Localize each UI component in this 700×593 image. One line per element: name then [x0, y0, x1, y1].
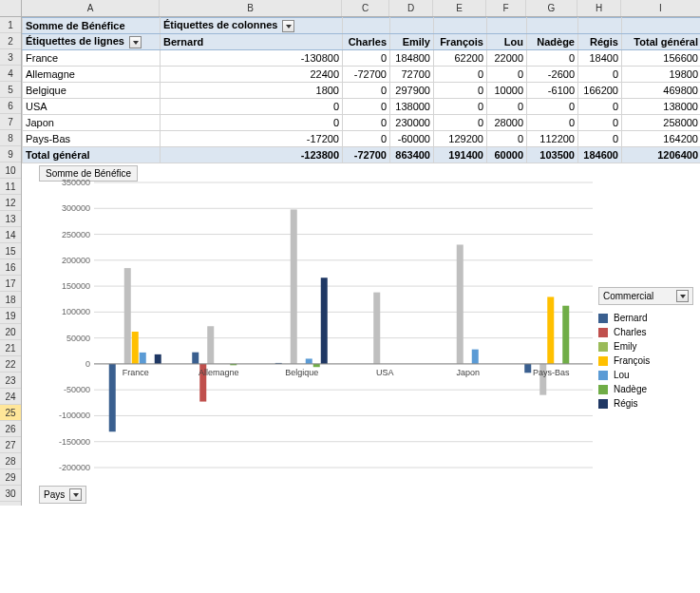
bar[interactable] — [321, 277, 328, 364]
row-header[interactable]: 17 — [0, 276, 21, 292]
row-total-cell[interactable]: 138000 — [622, 99, 701, 115]
data-cell[interactable]: -130800 — [161, 50, 343, 67]
data-cell[interactable]: 0 — [343, 83, 390, 99]
bar[interactable] — [124, 268, 131, 364]
data-cell[interactable]: 72700 — [390, 67, 434, 83]
bar[interactable] — [547, 296, 554, 363]
data-cell[interactable]: 28000 — [487, 115, 527, 131]
bar[interactable] — [457, 244, 464, 363]
col-total-cell[interactable]: 184600 — [578, 147, 622, 163]
row-header[interactable]: 6 — [0, 98, 21, 114]
col-total-cell[interactable]: 103500 — [527, 147, 578, 163]
row-header[interactable]: 28 — [0, 453, 21, 469]
data-cell[interactable]: 0 — [343, 131, 390, 147]
data-cell[interactable]: -72700 — [343, 67, 390, 83]
data-cell[interactable]: 22400 — [161, 67, 343, 83]
data-cell[interactable]: 22000 — [487, 50, 527, 67]
data-cell[interactable]: 184800 — [390, 50, 434, 67]
row-header[interactable]: 30 — [0, 486, 21, 502]
legend-item[interactable]: Nadège — [598, 384, 693, 394]
dropdown-icon[interactable] — [69, 488, 82, 501]
column-header[interactable]: G — [526, 0, 577, 16]
column-header[interactable]: C — [342, 0, 389, 16]
data-cell[interactable]: 10000 — [487, 83, 527, 99]
col-total-cell[interactable]: -123800 — [161, 147, 343, 163]
row-header[interactable]: 26 — [0, 421, 21, 437]
data-cell[interactable]: 129200 — [434, 131, 487, 147]
data-cell[interactable]: 0 — [578, 131, 622, 147]
data-cell[interactable]: 138000 — [390, 99, 434, 115]
row-header[interactable]: 12 — [0, 195, 21, 211]
legend-field-button[interactable]: Commercial — [598, 287, 693, 305]
column-header[interactable]: I — [621, 0, 700, 16]
data-cell[interactable]: 0 — [343, 115, 390, 131]
data-cell[interactable]: 0 — [434, 115, 487, 131]
pivot-table[interactable]: Somme de Bénéfice Étiquettes de colonnes… — [22, 17, 700, 163]
row-total-cell[interactable]: 164200 — [622, 131, 701, 147]
data-cell[interactable]: 0 — [487, 131, 527, 147]
row-total-cell[interactable]: 156600 — [622, 50, 701, 67]
bar[interactable] — [207, 326, 214, 364]
data-cell[interactable]: 0 — [434, 99, 487, 115]
column-header[interactable]: F — [486, 0, 526, 16]
data-cell[interactable]: 0 — [578, 99, 622, 115]
row-total-cell[interactable]: 469800 — [622, 83, 701, 99]
data-cell[interactable]: 0 — [527, 50, 578, 67]
legend-item[interactable]: François — [598, 355, 693, 366]
col-total-cell[interactable]: 60000 — [487, 147, 527, 163]
data-cell[interactable]: 0 — [434, 67, 487, 83]
data-cell[interactable]: -2600 — [527, 67, 578, 83]
column-header[interactable]: A — [22, 0, 160, 16]
row-header[interactable]: 1 — [0, 17, 21, 33]
row-total-cell[interactable]: 19800 — [622, 67, 701, 83]
select-all-corner[interactable] — [0, 0, 21, 17]
legend-item[interactable]: Charles — [598, 327, 693, 337]
data-cell[interactable]: 0 — [161, 99, 343, 115]
legend-item[interactable]: Régis — [598, 398, 693, 409]
data-cell[interactable]: -6100 — [527, 83, 578, 99]
data-cell[interactable]: 0 — [434, 83, 487, 99]
row-header[interactable]: 19 — [0, 308, 21, 324]
bar[interactable] — [140, 353, 146, 364]
column-header[interactable]: E — [433, 0, 486, 16]
row-header[interactable]: 27 — [0, 437, 21, 453]
row-header[interactable]: 16 — [0, 259, 21, 276]
row-header[interactable]: 25 — [0, 405, 21, 421]
row-header[interactable]: 11 — [0, 179, 21, 195]
bar[interactable] — [373, 293, 380, 364]
column-header[interactable]: B — [160, 0, 342, 16]
legend-item[interactable]: Bernard — [598, 313, 693, 323]
column-header[interactable]: H — [577, 0, 621, 16]
dropdown-icon[interactable] — [129, 36, 142, 48]
row-header[interactable]: 7 — [0, 114, 21, 130]
row-header[interactable]: 18 — [0, 292, 21, 308]
row-header[interactable]: 4 — [0, 66, 21, 82]
col-total-cell[interactable]: 863400 — [390, 147, 434, 163]
row-header[interactable]: 22 — [0, 356, 21, 373]
data-cell[interactable]: 0 — [578, 67, 622, 83]
column-header[interactable]: D — [389, 0, 433, 16]
data-cell[interactable]: 112200 — [527, 131, 578, 147]
bar[interactable] — [291, 209, 297, 363]
legend-item[interactable]: Lou — [598, 370, 693, 380]
bar[interactable] — [524, 364, 531, 373]
data-cell[interactable]: 230000 — [390, 115, 434, 131]
bar[interactable] — [472, 350, 479, 364]
data-cell[interactable]: 0 — [343, 50, 390, 67]
row-total-cell[interactable]: 258000 — [622, 115, 701, 131]
dropdown-icon[interactable] — [676, 290, 689, 302]
bar[interactable] — [562, 306, 569, 364]
row-header[interactable]: 5 — [0, 82, 21, 98]
axis-field-button[interactable]: Pays — [39, 486, 86, 504]
grand-total-cell[interactable]: 1206400 — [622, 147, 701, 163]
data-cell[interactable]: -17200 — [161, 131, 343, 147]
legend-item[interactable]: Emily — [598, 341, 693, 352]
column-field-label[interactable]: Étiquettes de colonnes — [161, 18, 343, 34]
data-cell[interactable]: -60000 — [390, 131, 434, 147]
row-header[interactable]: 20 — [0, 324, 21, 340]
data-cell[interactable]: 0 — [487, 99, 527, 115]
data-cell[interactable]: 0 — [343, 99, 390, 115]
dropdown-icon[interactable] — [282, 20, 294, 32]
row-header[interactable]: 21 — [0, 340, 21, 356]
data-cell[interactable]: 62200 — [434, 50, 487, 67]
